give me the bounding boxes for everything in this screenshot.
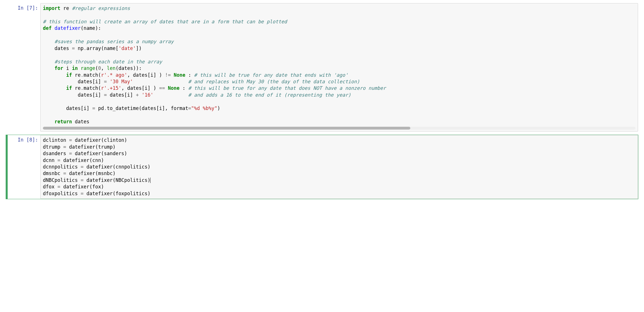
code-input-area[interactable]: dclinton = datefixer(clinton) dtrump = d… [40, 135, 638, 199]
notebook-cells: In [7]:import re #regular expressions # … [6, 3, 638, 199]
code-content[interactable]: import re #regular expressions # this fu… [43, 5, 635, 125]
input-prompt: In [8]: [8, 135, 40, 199]
scrollbar-thumb[interactable] [43, 127, 410, 130]
input-area-wrap: dclinton = datefixer(clinton) dtrump = d… [40, 135, 638, 199]
code-content[interactable]: dclinton = datefixer(clinton) dtrump = d… [43, 137, 635, 197]
code-cell[interactable]: In [7]:import re #regular expressions # … [6, 3, 638, 132]
input-area-wrap: import re #regular expressions # this fu… [40, 3, 638, 132]
horizontal-scrollbar[interactable] [43, 127, 635, 130]
code-input-area[interactable]: import re #regular expressions # this fu… [40, 3, 638, 132]
code-cell[interactable]: In [8]:dclinton = datefixer(clinton) dtr… [6, 135, 638, 199]
input-prompt: In [7]: [8, 3, 40, 132]
